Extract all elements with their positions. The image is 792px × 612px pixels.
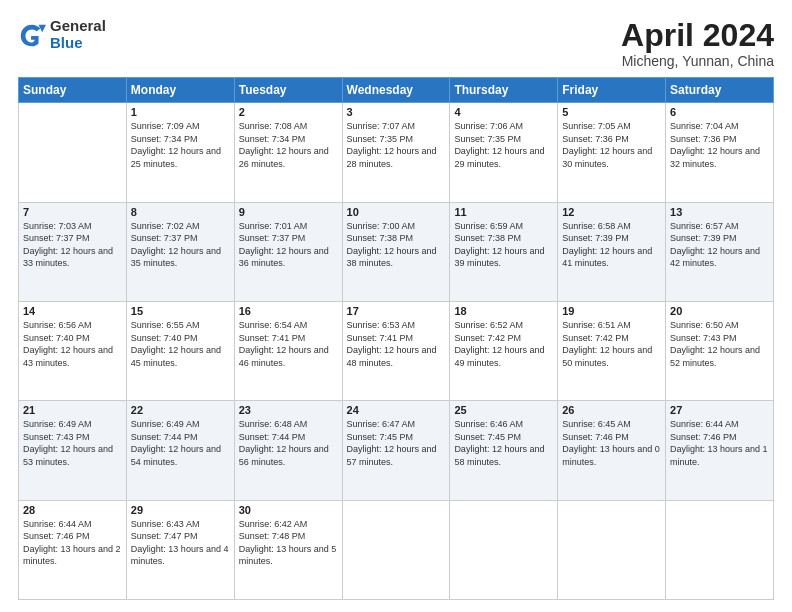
- calendar-cell: 25Sunrise: 6:46 AMSunset: 7:45 PMDayligh…: [450, 401, 558, 500]
- calendar-cell: 24Sunrise: 6:47 AMSunset: 7:45 PMDayligh…: [342, 401, 450, 500]
- header: General Blue April 2024 Micheng, Yunnan,…: [18, 18, 774, 69]
- cell-info: Sunrise: 6:58 AMSunset: 7:39 PMDaylight:…: [562, 221, 652, 269]
- calendar-cell: 12Sunrise: 6:58 AMSunset: 7:39 PMDayligh…: [558, 202, 666, 301]
- calendar-cell: 26Sunrise: 6:45 AMSunset: 7:46 PMDayligh…: [558, 401, 666, 500]
- day-number: 7: [23, 206, 122, 218]
- calendar-week-row: 28Sunrise: 6:44 AMSunset: 7:46 PMDayligh…: [19, 500, 774, 599]
- day-number: 25: [454, 404, 553, 416]
- logo-blue: Blue: [50, 35, 106, 52]
- day-number: 18: [454, 305, 553, 317]
- cell-info: Sunrise: 6:54 AMSunset: 7:41 PMDaylight:…: [239, 320, 329, 368]
- day-number: 30: [239, 504, 338, 516]
- day-number: 8: [131, 206, 230, 218]
- day-number: 5: [562, 106, 661, 118]
- logo-icon: [18, 21, 46, 49]
- calendar-cell: 13Sunrise: 6:57 AMSunset: 7:39 PMDayligh…: [666, 202, 774, 301]
- day-number: 14: [23, 305, 122, 317]
- calendar-cell: 28Sunrise: 6:44 AMSunset: 7:46 PMDayligh…: [19, 500, 127, 599]
- day-number: 15: [131, 305, 230, 317]
- month-title: April 2024: [621, 18, 774, 53]
- page: General Blue April 2024 Micheng, Yunnan,…: [0, 0, 792, 612]
- day-number: 4: [454, 106, 553, 118]
- day-number: 26: [562, 404, 661, 416]
- cell-info: Sunrise: 7:07 AMSunset: 7:35 PMDaylight:…: [347, 121, 437, 169]
- calendar-cell: 19Sunrise: 6:51 AMSunset: 7:42 PMDayligh…: [558, 301, 666, 400]
- cell-info: Sunrise: 6:59 AMSunset: 7:38 PMDaylight:…: [454, 221, 544, 269]
- cell-info: Sunrise: 6:49 AMSunset: 7:44 PMDaylight:…: [131, 419, 221, 467]
- day-number: 21: [23, 404, 122, 416]
- calendar-cell: 10Sunrise: 7:00 AMSunset: 7:38 PMDayligh…: [342, 202, 450, 301]
- cell-info: Sunrise: 7:00 AMSunset: 7:38 PMDaylight:…: [347, 221, 437, 269]
- day-number: 11: [454, 206, 553, 218]
- day-number: 17: [347, 305, 446, 317]
- calendar-cell: 29Sunrise: 6:43 AMSunset: 7:47 PMDayligh…: [126, 500, 234, 599]
- day-number: 10: [347, 206, 446, 218]
- cell-info: Sunrise: 6:50 AMSunset: 7:43 PMDaylight:…: [670, 320, 760, 368]
- calendar-header-friday: Friday: [558, 78, 666, 103]
- logo-text: General Blue: [50, 18, 106, 51]
- calendar-week-row: 1Sunrise: 7:09 AMSunset: 7:34 PMDaylight…: [19, 103, 774, 202]
- calendar-cell: 30Sunrise: 6:42 AMSunset: 7:48 PMDayligh…: [234, 500, 342, 599]
- cell-info: Sunrise: 6:44 AMSunset: 7:46 PMDaylight:…: [23, 519, 121, 567]
- day-number: 6: [670, 106, 769, 118]
- cell-info: Sunrise: 6:55 AMSunset: 7:40 PMDaylight:…: [131, 320, 221, 368]
- calendar-cell: [342, 500, 450, 599]
- calendar-cell: 4Sunrise: 7:06 AMSunset: 7:35 PMDaylight…: [450, 103, 558, 202]
- calendar-cell: [558, 500, 666, 599]
- calendar: SundayMondayTuesdayWednesdayThursdayFrid…: [18, 77, 774, 600]
- day-number: 9: [239, 206, 338, 218]
- cell-info: Sunrise: 6:49 AMSunset: 7:43 PMDaylight:…: [23, 419, 113, 467]
- cell-info: Sunrise: 7:03 AMSunset: 7:37 PMDaylight:…: [23, 221, 113, 269]
- cell-info: Sunrise: 6:42 AMSunset: 7:48 PMDaylight:…: [239, 519, 337, 567]
- calendar-week-row: 14Sunrise: 6:56 AMSunset: 7:40 PMDayligh…: [19, 301, 774, 400]
- calendar-header-saturday: Saturday: [666, 78, 774, 103]
- calendar-cell: 15Sunrise: 6:55 AMSunset: 7:40 PMDayligh…: [126, 301, 234, 400]
- cell-info: Sunrise: 6:46 AMSunset: 7:45 PMDaylight:…: [454, 419, 544, 467]
- calendar-cell: 2Sunrise: 7:08 AMSunset: 7:34 PMDaylight…: [234, 103, 342, 202]
- calendar-cell: 22Sunrise: 6:49 AMSunset: 7:44 PMDayligh…: [126, 401, 234, 500]
- calendar-cell: 18Sunrise: 6:52 AMSunset: 7:42 PMDayligh…: [450, 301, 558, 400]
- calendar-week-row: 21Sunrise: 6:49 AMSunset: 7:43 PMDayligh…: [19, 401, 774, 500]
- day-number: 19: [562, 305, 661, 317]
- cell-info: Sunrise: 7:09 AMSunset: 7:34 PMDaylight:…: [131, 121, 221, 169]
- cell-info: Sunrise: 6:45 AMSunset: 7:46 PMDaylight:…: [562, 419, 660, 467]
- day-number: 29: [131, 504, 230, 516]
- cell-info: Sunrise: 6:57 AMSunset: 7:39 PMDaylight:…: [670, 221, 760, 269]
- cell-info: Sunrise: 6:47 AMSunset: 7:45 PMDaylight:…: [347, 419, 437, 467]
- calendar-header-sunday: Sunday: [19, 78, 127, 103]
- cell-info: Sunrise: 7:05 AMSunset: 7:36 PMDaylight:…: [562, 121, 652, 169]
- day-number: 28: [23, 504, 122, 516]
- calendar-header-monday: Monday: [126, 78, 234, 103]
- calendar-cell: 23Sunrise: 6:48 AMSunset: 7:44 PMDayligh…: [234, 401, 342, 500]
- day-number: 16: [239, 305, 338, 317]
- cell-info: Sunrise: 7:02 AMSunset: 7:37 PMDaylight:…: [131, 221, 221, 269]
- calendar-header-row: SundayMondayTuesdayWednesdayThursdayFrid…: [19, 78, 774, 103]
- calendar-cell: 11Sunrise: 6:59 AMSunset: 7:38 PMDayligh…: [450, 202, 558, 301]
- cell-info: Sunrise: 6:56 AMSunset: 7:40 PMDaylight:…: [23, 320, 113, 368]
- calendar-header-wednesday: Wednesday: [342, 78, 450, 103]
- day-number: 2: [239, 106, 338, 118]
- cell-info: Sunrise: 6:53 AMSunset: 7:41 PMDaylight:…: [347, 320, 437, 368]
- cell-info: Sunrise: 7:01 AMSunset: 7:37 PMDaylight:…: [239, 221, 329, 269]
- calendar-cell: 20Sunrise: 6:50 AMSunset: 7:43 PMDayligh…: [666, 301, 774, 400]
- calendar-cell: 8Sunrise: 7:02 AMSunset: 7:37 PMDaylight…: [126, 202, 234, 301]
- location: Micheng, Yunnan, China: [621, 53, 774, 69]
- calendar-cell: [450, 500, 558, 599]
- calendar-header-thursday: Thursday: [450, 78, 558, 103]
- day-number: 3: [347, 106, 446, 118]
- calendar-cell: 16Sunrise: 6:54 AMSunset: 7:41 PMDayligh…: [234, 301, 342, 400]
- calendar-cell: 21Sunrise: 6:49 AMSunset: 7:43 PMDayligh…: [19, 401, 127, 500]
- logo-general: General: [50, 18, 106, 35]
- calendar-header-tuesday: Tuesday: [234, 78, 342, 103]
- cell-info: Sunrise: 6:51 AMSunset: 7:42 PMDaylight:…: [562, 320, 652, 368]
- cell-info: Sunrise: 6:48 AMSunset: 7:44 PMDaylight:…: [239, 419, 329, 467]
- calendar-cell: [666, 500, 774, 599]
- calendar-cell: 3Sunrise: 7:07 AMSunset: 7:35 PMDaylight…: [342, 103, 450, 202]
- day-number: 24: [347, 404, 446, 416]
- calendar-cell: 5Sunrise: 7:05 AMSunset: 7:36 PMDaylight…: [558, 103, 666, 202]
- calendar-cell: 1Sunrise: 7:09 AMSunset: 7:34 PMDaylight…: [126, 103, 234, 202]
- day-number: 13: [670, 206, 769, 218]
- calendar-cell: [19, 103, 127, 202]
- day-number: 12: [562, 206, 661, 218]
- day-number: 23: [239, 404, 338, 416]
